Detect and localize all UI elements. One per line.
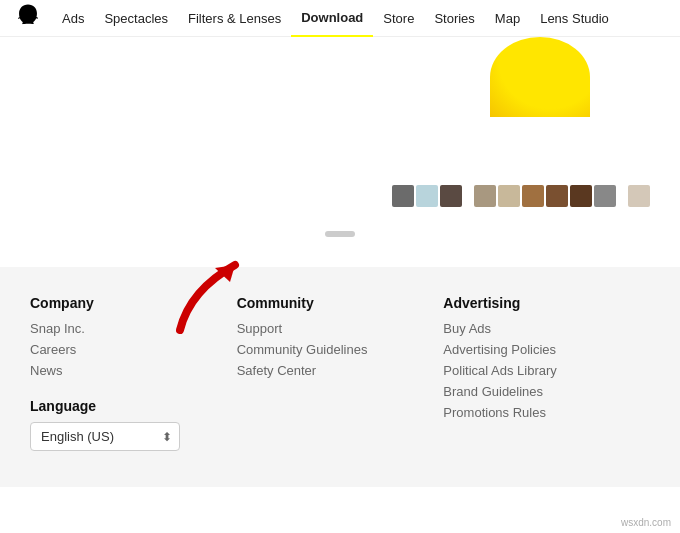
swatch-2	[416, 185, 438, 207]
scroll-indicator	[325, 231, 355, 237]
swatch-10	[628, 185, 650, 207]
footer-container: Company Snap Inc. Careers News Language …	[0, 267, 680, 487]
ghost-illustration	[480, 37, 600, 117]
color-swatches	[392, 185, 650, 207]
nav-lens-studio[interactable]: Lens Studio	[530, 0, 619, 37]
footer: Company Snap Inc. Careers News Language …	[0, 267, 680, 487]
footer-link-support[interactable]: Support	[237, 321, 444, 336]
nav-stories[interactable]: Stories	[424, 0, 484, 37]
swatch-9	[594, 185, 616, 207]
snapchat-logo[interactable]	[12, 2, 44, 34]
footer-link-brand-guidelines[interactable]: Brand Guidelines	[443, 384, 650, 399]
swatch-group-2	[474, 185, 616, 207]
watermark: wsxdn.com	[618, 516, 674, 529]
footer-link-careers[interactable]: Careers	[30, 342, 237, 357]
nav-map[interactable]: Map	[485, 0, 530, 37]
community-title: Community	[237, 295, 444, 311]
language-section: Language English (US) Español Français D…	[30, 398, 237, 451]
nav-store[interactable]: Store	[373, 0, 424, 37]
navigation: Ads Spectacles Filters & Lenses Download…	[0, 0, 680, 37]
swatch-3	[440, 185, 462, 207]
language-select[interactable]: English (US) Español Français Deutsch	[30, 422, 180, 451]
swatch-6	[522, 185, 544, 207]
footer-col-community: Community Support Community Guidelines S…	[237, 295, 444, 451]
nav-spectacles[interactable]: Spectacles	[94, 0, 178, 37]
advertising-title: Advertising	[443, 295, 650, 311]
swatch-group-1	[392, 185, 462, 207]
footer-link-promotions-rules[interactable]: Promotions Rules	[443, 405, 650, 420]
footer-link-safety-center[interactable]: Safety Center	[237, 363, 444, 378]
swatch-7	[546, 185, 568, 207]
yellow-circle	[490, 37, 590, 117]
footer-link-news[interactable]: News	[30, 363, 237, 378]
language-select-wrapper: English (US) Español Français Deutsch ⬍	[30, 422, 180, 451]
footer-col-advertising: Advertising Buy Ads Advertising Policies…	[443, 295, 650, 451]
footer-link-community-guidelines[interactable]: Community Guidelines	[237, 342, 444, 357]
footer-link-advertising-policies[interactable]: Advertising Policies	[443, 342, 650, 357]
language-label: Language	[30, 398, 237, 414]
footer-link-buy-ads[interactable]: Buy Ads	[443, 321, 650, 336]
footer-grid: Company Snap Inc. Careers News Language …	[30, 295, 650, 451]
annotation-arrow	[155, 245, 265, 339]
swatch-1	[392, 185, 414, 207]
footer-link-political-ads[interactable]: Political Ads Library	[443, 363, 650, 378]
main-content	[0, 37, 680, 267]
nav-ads[interactable]: Ads	[52, 0, 94, 37]
nav-filters-lenses[interactable]: Filters & Lenses	[178, 0, 291, 37]
nav-download[interactable]: Download	[291, 0, 373, 37]
swatch-5	[498, 185, 520, 207]
swatch-4	[474, 185, 496, 207]
swatch-8	[570, 185, 592, 207]
